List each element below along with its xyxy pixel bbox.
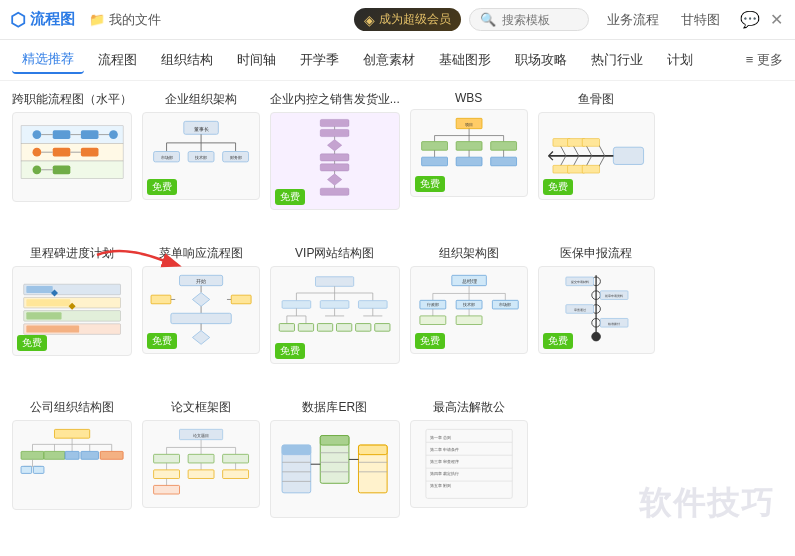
template-card-er[interactable]: 数据库ER图 [270, 399, 400, 543]
template-thumb: 免费 [270, 112, 400, 210]
svg-rect-123 [375, 323, 390, 331]
docs-link[interactable]: 📁 我的文件 [89, 11, 161, 29]
logo-icon: ⬡ [10, 9, 26, 31]
card-badge-free: 免费 [275, 189, 305, 205]
svg-point-17 [109, 131, 118, 140]
template-title: VIP网站结构图 [270, 245, 400, 262]
svg-text:市场部: 市场部 [160, 156, 172, 161]
template-thumb: 提交申请材料 初审申请资料 审查通过 核准拨付 免费 [538, 266, 656, 354]
card-badge-free: 免费 [17, 335, 47, 351]
svg-rect-74 [583, 139, 600, 147]
search-icon: 🔍 [480, 12, 496, 27]
svg-rect-85 [26, 326, 79, 333]
template-title: 数据库ER图 [270, 399, 400, 416]
template-title: 最高法解散公 [410, 399, 528, 416]
tab-business-flow[interactable]: 业务流程 [597, 7, 669, 33]
template-thumb: 项目 免费 [410, 109, 528, 197]
svg-text:第四章 裁定执行: 第四章 裁定执行 [430, 471, 459, 476]
svg-rect-60 [614, 148, 644, 165]
svg-rect-84 [26, 313, 61, 320]
svg-text:初审申请资料: 初审申请资料 [605, 294, 623, 298]
svg-rect-155 [54, 430, 89, 439]
svg-rect-170 [21, 467, 32, 474]
card-badge-free: 免费 [147, 179, 177, 195]
message-icon[interactable]: 💬 [738, 8, 762, 31]
template-card-vip[interactable]: VIP网站结构图 [270, 245, 400, 389]
template-title: 医保申报流程 [538, 245, 656, 262]
vip-icon: ◈ [364, 12, 375, 28]
svg-rect-53 [490, 142, 516, 151]
svg-rect-185 [153, 470, 179, 479]
svg-rect-37 [320, 188, 349, 195]
template-title: 鱼骨图 [538, 91, 656, 108]
app-header: ⬡ 流程图 📁 我的文件 ◈ 成为超级会员 🔍 业务流程 甘特图 💬 ✕ [0, 0, 795, 40]
template-card-cross[interactable]: 跨职能流程图（水平） [12, 91, 132, 235]
nav-item-industry[interactable]: 热门行业 [581, 47, 653, 73]
svg-rect-108 [320, 300, 349, 308]
svg-rect-171 [33, 467, 44, 474]
nav-more[interactable]: ≡ 更多 [746, 51, 783, 69]
template-card-medical[interactable]: 医保申报流程 提交申请材料 初审申请资料 审查通过 核准拨付 免费 [538, 245, 656, 389]
template-card-fishbone[interactable]: 鱼骨图 免费 [538, 91, 656, 235]
logo-text: 流程图 [30, 10, 75, 29]
svg-text:审查通过: 审查通过 [574, 308, 586, 312]
template-card-milestone[interactable]: 里程碑进度计划 免费 [12, 245, 132, 389]
template-card-company[interactable]: 公司组织结构图 [12, 399, 132, 543]
template-title: 论文框架图 [142, 399, 260, 416]
svg-marker-91 [192, 293, 209, 307]
nav-item-plan[interactable]: 计划 [657, 47, 703, 73]
template-thumb [12, 420, 132, 510]
nav-item-featured[interactable]: 精选推荐 [12, 46, 84, 74]
app-logo[interactable]: ⬡ 流程图 [10, 9, 75, 31]
close-icon[interactable]: ✕ [768, 8, 785, 31]
nav-item-career[interactable]: 职场攻略 [505, 47, 577, 73]
nav-item-shapes[interactable]: 基础图形 [429, 47, 501, 73]
svg-text:技术部: 技术部 [194, 156, 207, 161]
nav-item-org[interactable]: 组织结构 [151, 47, 223, 73]
svg-point-6 [32, 148, 41, 157]
svg-rect-164 [44, 452, 65, 460]
svg-text:核准拨付: 核准拨付 [607, 322, 620, 326]
header-tabs: 业务流程 甘特图 [597, 7, 730, 33]
svg-rect-186 [188, 470, 214, 479]
svg-text:第五章 附则: 第五章 附则 [430, 483, 451, 488]
svg-rect-52 [456, 142, 482, 151]
nav-item-flowchart[interactable]: 流程图 [88, 47, 147, 73]
template-thumb: 免费 [270, 266, 400, 364]
svg-rect-59 [490, 157, 516, 166]
card-badge-free: 免费 [275, 343, 305, 359]
svg-rect-191 [282, 445, 311, 455]
svg-point-3 [32, 131, 41, 140]
template-thumb: 董事长 市场部 技术部 财务部 免费 [142, 112, 260, 200]
template-thumb: 免费 [538, 112, 656, 200]
tab-gantt[interactable]: 甘特图 [671, 7, 730, 33]
template-card-org2[interactable]: 组织架构图 总经理 行政部 技术部 市场部 免费 [410, 245, 528, 389]
search-bar[interactable]: 🔍 [469, 8, 589, 31]
nav-bar: 精选推荐 流程图 组织结构 时间轴 开学季 创意素材 基础图形 职场攻略 热门行… [0, 40, 795, 81]
svg-rect-99 [231, 295, 251, 304]
template-card-org[interactable]: 企业组织架构 董事长 市场部 技术部 财务部 免费 [142, 91, 260, 235]
vip-badge[interactable]: ◈ 成为超级会员 [354, 8, 461, 31]
svg-rect-119 [298, 323, 313, 331]
template-card-empty2 [665, 245, 783, 389]
header-icons: 💬 ✕ [738, 8, 785, 31]
svg-rect-187 [222, 470, 248, 479]
template-title: 企业内控之销售发货业... [270, 91, 400, 108]
search-input[interactable] [502, 13, 582, 27]
template-card-wbs[interactable]: WBS 项目 免费 [410, 91, 528, 235]
template-card-menu[interactable]: 菜单响应流程图 开始 免费 [142, 245, 260, 389]
template-thumb: 总经理 行政部 技术部 市场部 免费 [410, 266, 528, 354]
svg-rect-98 [151, 295, 171, 304]
template-thumb: 论文题目 [142, 420, 260, 508]
svg-text:提交申请材料: 提交申请材料 [571, 280, 589, 284]
svg-rect-77 [583, 166, 600, 174]
svg-rect-101 [316, 277, 354, 287]
svg-rect-34 [320, 154, 349, 161]
nav-item-semester[interactable]: 开学季 [290, 47, 349, 73]
template-card-thesis[interactable]: 论文框架图 论文题目 [142, 399, 260, 543]
svg-rect-121 [337, 323, 352, 331]
template-card-law[interactable]: 最高法解散公 第一章 总则 第二章 申请条件 第三章 审查程序 第四章 裁定执行… [410, 399, 528, 543]
template-card-sales[interactable]: 企业内控之销售发货业... 免费 [270, 91, 400, 235]
nav-item-timeline[interactable]: 时间轴 [227, 47, 286, 73]
nav-item-creative[interactable]: 创意素材 [353, 47, 425, 73]
